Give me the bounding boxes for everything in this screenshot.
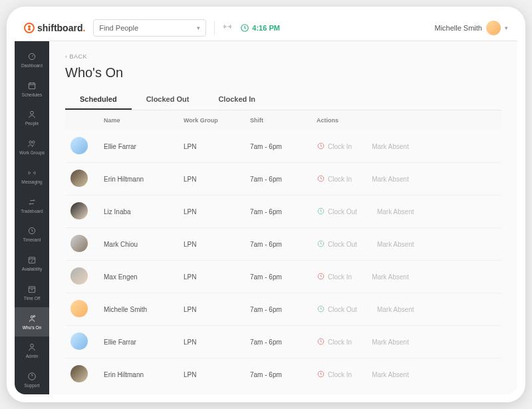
avatar	[70, 267, 88, 285]
table-row: Mark Chiou LPN 7am - 6pm Clock Out Mark …	[65, 228, 501, 261]
sidebar-item-label: Who's On	[23, 325, 41, 330]
search-placeholder: Find People	[99, 24, 138, 32]
cell-group: LPN	[184, 371, 250, 378]
user-name: Michelle Smith	[434, 24, 482, 32]
sidebar-item-label: Timecard	[23, 237, 41, 242]
clock-icon	[27, 226, 37, 236]
sidebar-item-label: Dashboard	[21, 63, 43, 68]
clock-out-button[interactable]: Clock Out	[317, 305, 357, 315]
svg-point-10	[33, 315, 35, 317]
clock-icon	[317, 305, 325, 315]
cell-group: LPN	[184, 339, 250, 346]
sidebar-item-admin[interactable]: Admin	[15, 337, 49, 366]
sidebar-item-label: Tradeboard	[21, 209, 43, 213]
col-actions: Actions	[317, 117, 496, 124]
clock-out-button[interactable]: Clock Out	[317, 207, 357, 217]
sidebar: DashboardSchedulesPeopleWork GroupsMessa…	[15, 41, 49, 394]
sidebar-item-support[interactable]: Support	[15, 365, 49, 394]
mark-absent-button[interactable]: Mark Absent	[372, 273, 409, 281]
svg-rect-2	[29, 83, 35, 89]
col-name: Name	[104, 117, 184, 124]
tab-scheduled[interactable]: Scheduled	[65, 90, 132, 110]
user-menu[interactable]: Michelle Smith ▾	[434, 21, 508, 35]
cell-shift: 7am - 6pm	[250, 176, 317, 183]
logo-icon	[24, 23, 35, 33]
avatar	[70, 170, 88, 187]
avatar	[70, 202, 88, 219]
swap-icon	[27, 198, 37, 207]
cell-group: LPN	[184, 241, 250, 248]
sidebar-item-label: Time Off	[24, 296, 41, 301]
timeoff-icon	[27, 285, 37, 295]
whoson-icon	[27, 314, 37, 324]
cell-name: Mark Chiou	[104, 241, 184, 248]
svg-point-5	[33, 141, 35, 144]
cell-name: Michelle Smith	[104, 306, 184, 313]
tab-clocked-out[interactable]: Clocked Out	[132, 90, 204, 110]
cell-group: LPN	[184, 208, 250, 215]
groups-icon	[27, 139, 37, 149]
sidebar-item-label: People	[25, 121, 39, 126]
tab-clocked-in[interactable]: Clocked In	[203, 90, 270, 110]
cell-group: LPN	[184, 273, 250, 281]
mark-absent-button[interactable]: Mark Absent	[372, 339, 409, 346]
clock-in-button[interactable]: Clock In	[317, 337, 352, 347]
clock-icon	[317, 174, 325, 184]
logo[interactable]: shiftboard.	[24, 23, 85, 33]
mark-absent-button[interactable]: Mark Absent	[377, 241, 414, 248]
sidebar-item-schedules[interactable]: Schedules	[15, 74, 49, 104]
main-content: ‹ BACK Who's On ScheduledClocked OutCloc…	[49, 41, 517, 394]
broadcast-icon[interactable]	[223, 22, 232, 34]
back-link[interactable]: ‹ BACK	[65, 53, 501, 60]
sidebar-item-messaging[interactable]: Messaging	[15, 162, 49, 191]
mark-absent-button[interactable]: Mark Absent	[372, 371, 409, 378]
svg-point-9	[31, 316, 33, 319]
sidebar-item-work-groups[interactable]: Work Groups	[15, 132, 49, 162]
sidebar-item-dashboard[interactable]: Dashboard	[15, 45, 49, 74]
sidebar-item-people[interactable]: People	[15, 104, 49, 133]
cell-shift: 7am - 6pm	[250, 241, 317, 248]
search-input[interactable]: Find People ▾	[93, 19, 206, 37]
clock-in-button[interactable]: Clock In	[317, 370, 352, 380]
sidebar-item-label: Schedules	[22, 92, 42, 97]
sidebar-item-availability[interactable]: Availability	[15, 249, 49, 278]
admin-icon	[27, 342, 37, 352]
table-row: Erin Hiltmann LPN 7am - 6pm Clock In Mar…	[65, 163, 501, 196]
cell-name: Erin Hiltmann	[104, 371, 184, 378]
clock-icon	[317, 207, 325, 217]
cell-shift: 7am - 6pm	[250, 371, 317, 378]
support-icon	[27, 372, 37, 382]
sidebar-item-who-s-on[interactable]: Who's On	[15, 307, 49, 337]
table-header: Name Work Group Shift Actions	[65, 110, 501, 130]
sidebar-item-time-off[interactable]: Time Off	[15, 278, 49, 307]
clock-in-button[interactable]: Clock In	[317, 142, 352, 152]
dashboard-icon	[27, 52, 37, 62]
mark-absent-button[interactable]: Mark Absent	[377, 306, 414, 313]
clock-icon	[317, 142, 325, 152]
svg-point-11	[31, 344, 34, 348]
cell-name: Liz Inaba	[104, 208, 184, 215]
mark-absent-button[interactable]: Mark Absent	[377, 208, 414, 215]
clock-out-button[interactable]: Clock Out	[317, 239, 357, 249]
avatar	[70, 300, 88, 317]
svg-point-3	[31, 112, 34, 115]
mark-absent-button[interactable]: Mark Absent	[372, 176, 409, 183]
avatar	[486, 21, 501, 35]
calendar-icon	[27, 81, 37, 91]
cell-group: LPN	[184, 306, 250, 313]
sidebar-item-timecard[interactable]: Timecard	[15, 220, 49, 249]
sidebar-item-tradeboard[interactable]: Tradeboard	[15, 191, 49, 220]
mark-absent-button[interactable]: Mark Absent	[372, 143, 409, 150]
clock-icon	[317, 239, 325, 249]
cell-shift: 7am - 6pm	[250, 143, 317, 150]
cell-name: Erin Hiltmann	[104, 176, 184, 183]
divider	[214, 21, 215, 35]
svg-rect-7	[29, 257, 35, 263]
avatar	[70, 137, 88, 154]
clock-in-button[interactable]: Clock In	[317, 174, 352, 184]
cell-name: Ellie Farrar	[104, 339, 184, 346]
tabs: ScheduledClocked OutClocked In	[65, 90, 501, 110]
sidebar-item-label: Support	[25, 383, 40, 388]
clock-in-button[interactable]: Clock In	[317, 272, 352, 282]
table: Name Work Group Shift Actions Ellie Farr…	[65, 110, 501, 382]
